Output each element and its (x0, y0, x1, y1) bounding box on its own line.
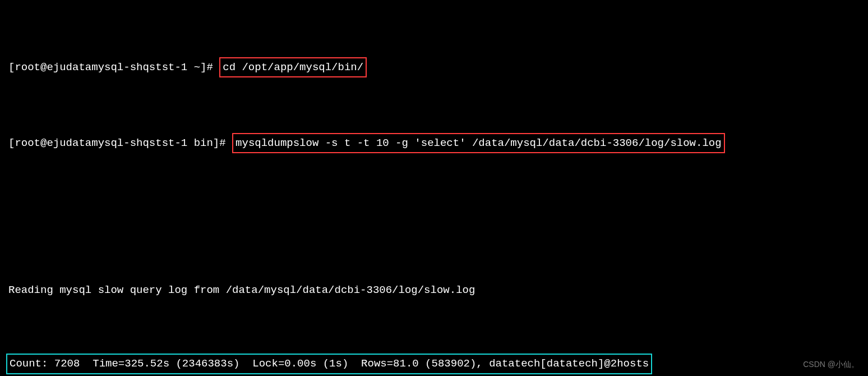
watermark: CSDN @小仙。 (803, 358, 859, 372)
entry-1-header: Count: 7208 Time=325.52s (2346383s) Lock… (8, 354, 860, 374)
shell-prompt: [root@ejudatamysql-shqstst-1 bin]# (8, 137, 232, 149)
terminal-output: [root@ejudatamysql-shqstst-1 ~]# cd /opt… (0, 0, 868, 376)
command-highlight-1: cd /opt/app/mysql/bin/ (219, 57, 367, 77)
prompt-line-1: [root@ejudatamysql-shqstst-1 ~]# cd /opt… (8, 57, 860, 77)
prompt-line-2: [root@ejudatamysql-shqstst-1 bin]# mysql… (8, 133, 860, 153)
shell-prompt: [root@ejudatamysql-shqstst-1 ~]# (8, 61, 219, 74)
reading-line: Reading mysql slow query log from /data/… (8, 281, 860, 299)
command-highlight-2: mysqldumpslow -s t -t 10 -g 'select' /da… (232, 133, 725, 153)
count-header-1: Count: 7208 Time=325.52s (2346383s) Lock… (6, 354, 652, 374)
